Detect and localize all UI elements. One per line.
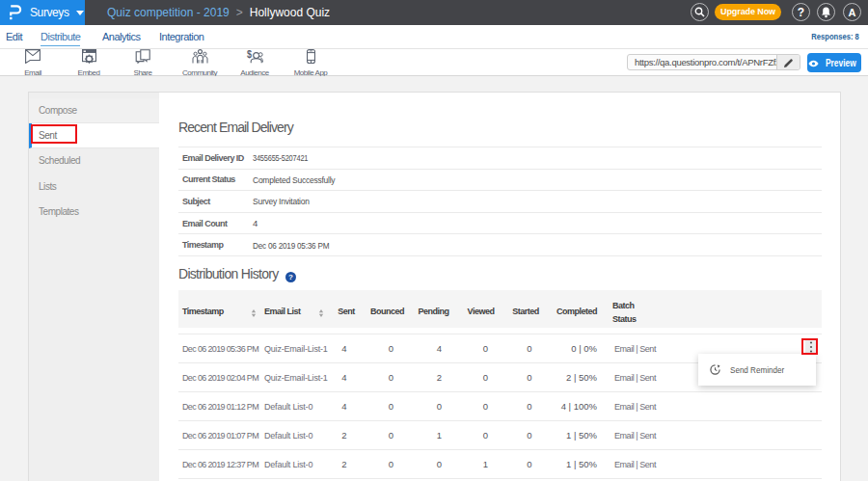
- svg-text:$: $: [247, 49, 253, 61]
